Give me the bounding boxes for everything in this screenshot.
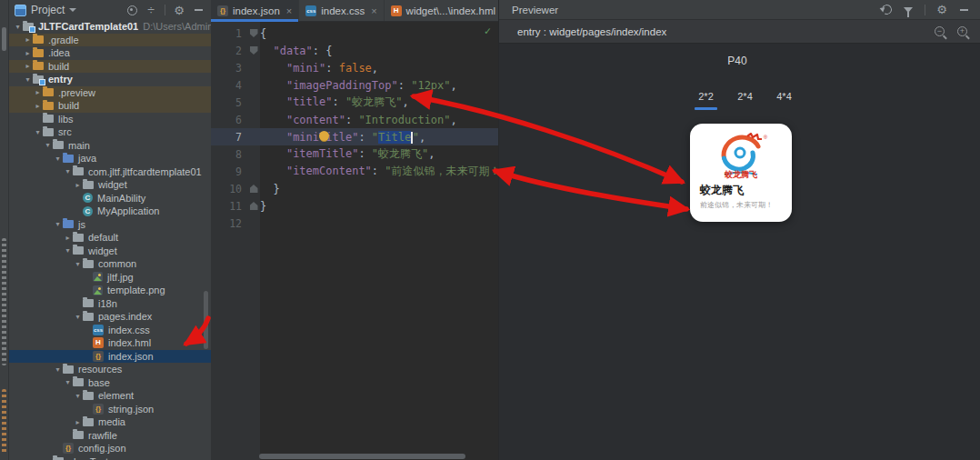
- filter-icon[interactable]: [901, 3, 915, 17]
- editor-tab-widget-index-hml[interactable]: widget\...\index.hml×: [385, 0, 515, 21]
- size-tab-2-4[interactable]: 2*4: [731, 91, 759, 110]
- chevron-down-icon[interactable]: ▾: [23, 75, 33, 84]
- widget-preview-card[interactable]: 蛟龙腾飞 ® 蛟龙腾飞 前途似锦，未来可期！: [690, 124, 792, 222]
- code-line-2[interactable]: 2 "data": {: [211, 42, 498, 59]
- code-line-3[interactable]: 3 "mini": false,: [211, 59, 498, 76]
- refresh-icon[interactable]: [879, 3, 894, 17]
- tree-row-default[interactable]: ▸default: [9, 231, 211, 245]
- tree-row-string-json[interactable]: string.json: [9, 403, 211, 416]
- hide-panel-icon[interactable]: [191, 3, 205, 17]
- close-icon[interactable]: ×: [285, 5, 292, 16]
- code-line-12[interactable]: 12: [211, 215, 498, 232]
- tree-row-template-png[interactable]: template.png: [9, 284, 211, 297]
- tree-row-rawfile[interactable]: rawfile: [9, 429, 211, 443]
- tool-window-stub[interactable]: [2, 238, 6, 365]
- fold-close-icon[interactable]: [247, 185, 260, 193]
- chevron-down-icon[interactable]: ▾: [53, 220, 63, 228]
- code-line-8[interactable]: 8 "itemTitle": "蛟龙腾飞",: [211, 145, 498, 163]
- hide-panel-icon[interactable]: [956, 3, 971, 17]
- tree-row-common[interactable]: ▾common: [9, 257, 211, 271]
- tree-row-build[interactable]: ▸build: [9, 99, 211, 113]
- code-line-11[interactable]: 11}: [211, 197, 498, 215]
- tool-window-stub[interactable]: [2, 27, 6, 51]
- chevron-right-icon[interactable]: ▸: [63, 234, 73, 242]
- tree-row-js[interactable]: ▾js: [9, 218, 211, 232]
- tree-row-com-jltf-jltfcardtemplate01[interactable]: ▾com.jltf.jltfcardtemplate01: [9, 165, 211, 179]
- tree-row-i18n[interactable]: i18n: [9, 297, 211, 311]
- editor-tab-index-css[interactable]: index.css×: [299, 0, 384, 21]
- tree-row-entry[interactable]: ▾entry: [9, 73, 211, 86]
- chevron-down-icon[interactable]: ▾: [63, 378, 73, 386]
- tree-row-index-hml[interactable]: index.hml: [9, 336, 211, 350]
- code-line-4[interactable]: 4 "imagePaddingTop": "12px",: [211, 76, 498, 94]
- gear-icon[interactable]: ⚙: [172, 3, 186, 17]
- size-tab-4-4[interactable]: 4*4: [770, 91, 798, 110]
- tree-row-mainability[interactable]: MainAbility: [9, 192, 211, 205]
- chevron-down-icon[interactable]: ▾: [73, 392, 83, 400]
- tree-row-ohostest[interactable]: ▸ohosTest: [9, 455, 211, 460]
- locate-icon[interactable]: [125, 3, 139, 17]
- chevron-down-icon[interactable]: ▾: [33, 128, 43, 136]
- tree-row-index-json[interactable]: index.json: [9, 350, 211, 364]
- fold-open-icon[interactable]: [247, 29, 260, 37]
- editor-hscrollbar[interactable]: [259, 454, 465, 459]
- intention-bulb-icon[interactable]: [319, 131, 329, 141]
- tree-row-media[interactable]: ▸media: [9, 415, 211, 429]
- chevron-right-icon[interactable]: ▸: [73, 418, 83, 426]
- tree-row-base[interactable]: ▾base: [9, 376, 211, 390]
- chevron-down-icon[interactable]: [69, 8, 76, 12]
- tree-row-resources[interactable]: ▾resources: [9, 363, 211, 376]
- tree-row-element[interactable]: ▾element: [9, 389, 211, 403]
- tree-row-java[interactable]: ▾java: [9, 152, 211, 165]
- tree-row-idea[interactable]: ▸.idea: [9, 46, 211, 60]
- tree-row-config-json[interactable]: config.json: [9, 442, 211, 455]
- tree-row-widget[interactable]: ▸widget: [9, 178, 211, 192]
- chevron-right-icon[interactable]: ▸: [23, 62, 33, 70]
- tree-row-main[interactable]: ▾main: [9, 139, 211, 153]
- tree-row-libs[interactable]: libs: [9, 113, 211, 126]
- tree-row-index-css[interactable]: index.css: [9, 324, 211, 337]
- chevron-down-icon[interactable]: ▾: [13, 23, 23, 31]
- chevron-right-icon[interactable]: ▸: [33, 88, 43, 96]
- tree-row-widget[interactable]: ▾widget: [9, 245, 211, 258]
- tree-row-pages-index[interactable]: ▾pages.index: [9, 310, 211, 324]
- chevron-right-icon[interactable]: ▸: [33, 102, 43, 110]
- tree-row-gradle[interactable]: ▸.gradle: [9, 34, 211, 47]
- size-tab-2-2[interactable]: 2*2: [692, 91, 720, 110]
- code-line-5[interactable]: 5 "title": "蛟龙腾飞",: [211, 94, 498, 111]
- tree-row-preview[interactable]: ▸.preview: [9, 86, 211, 100]
- tool-window-stub[interactable]: [2, 389, 6, 455]
- tree-row-jltf-jpg[interactable]: jltf.jpg: [9, 271, 211, 285]
- chevron-down-icon[interactable]: ▾: [53, 155, 63, 163]
- editor-tab-index-json[interactable]: index.json×: [211, 0, 299, 21]
- close-icon[interactable]: ×: [369, 5, 376, 16]
- tree-row-myapplication[interactable]: MyApplication: [9, 205, 211, 218]
- project-panel-title[interactable]: Project: [31, 4, 65, 16]
- chevron-right-icon[interactable]: ▸: [23, 49, 33, 57]
- zoom-out-icon[interactable]: −: [935, 26, 945, 36]
- left-tool-strip[interactable]: [0, 0, 9, 460]
- chevron-down-icon[interactable]: ▾: [53, 365, 63, 374]
- code-line-7[interactable]: 7 "miniTitle": "Title",: [211, 128, 498, 145]
- tree-row-src[interactable]: ▾src: [9, 125, 211, 139]
- code-editor[interactable]: 1{2 "data": {3 "mini": false,4 "imagePad…: [211, 22, 498, 460]
- chevron-down-icon[interactable]: ▾: [63, 167, 73, 175]
- code-line-9[interactable]: 9 "itemContent": "前途似锦，未来可期！": [211, 163, 498, 180]
- tree-row-jltfcardtemplate01[interactable]: ▾JLTFCardTemplate01D:\Users\Administrato…: [9, 20, 211, 34]
- code-line-1[interactable]: 1{: [211, 25, 498, 42]
- project-scrollbar[interactable]: [204, 291, 208, 349]
- chevron-right-icon[interactable]: ▸: [23, 35, 33, 44]
- gear-icon[interactable]: ⚙: [935, 3, 949, 17]
- zoom-in-icon[interactable]: +: [957, 26, 967, 36]
- collapse-all-icon[interactable]: ÷: [144, 3, 158, 17]
- chevron-down-icon[interactable]: ▾: [73, 260, 83, 268]
- fold-close-icon[interactable]: [247, 202, 260, 210]
- code-line-10[interactable]: 10 }: [211, 180, 498, 197]
- chevron-right-icon[interactable]: ▸: [73, 181, 83, 189]
- chevron-down-icon[interactable]: ▾: [73, 313, 83, 321]
- chevron-down-icon[interactable]: ▾: [63, 246, 73, 255]
- tree-row-build[interactable]: ▸build: [9, 60, 211, 74]
- code-line-6[interactable]: 6 "content": "Introduction",: [211, 111, 498, 128]
- fold-open-icon[interactable]: [247, 46, 260, 55]
- chevron-down-icon[interactable]: ▾: [43, 141, 53, 149]
